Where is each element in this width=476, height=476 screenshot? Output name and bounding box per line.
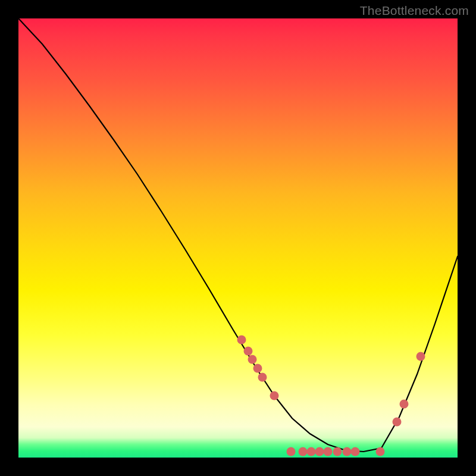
bead-point — [315, 447, 324, 456]
curve-svg — [18, 18, 458, 458]
bottleneck-curve — [18, 18, 458, 452]
bead-point — [244, 347, 253, 356]
bead-point — [270, 392, 279, 400]
bead-point — [237, 336, 246, 345]
bead-point — [253, 364, 262, 373]
chart-container: TheBottleneck.com — [0, 0, 476, 476]
bead-point — [393, 418, 402, 427]
bead-point — [258, 373, 267, 382]
bead-point — [333, 447, 342, 456]
bead-point — [343, 447, 352, 456]
bead-point — [287, 447, 296, 456]
plot-area — [18, 18, 458, 458]
bead-point — [248, 355, 257, 364]
bead-point — [299, 447, 308, 456]
bead-point — [416, 352, 425, 361]
bead-point — [307, 447, 316, 456]
bead-point — [351, 447, 360, 456]
bead-group — [237, 336, 425, 456]
watermark-text: TheBottleneck.com — [360, 4, 469, 18]
bead-point — [400, 400, 409, 409]
bead-point — [376, 447, 385, 456]
bead-point — [324, 447, 333, 456]
